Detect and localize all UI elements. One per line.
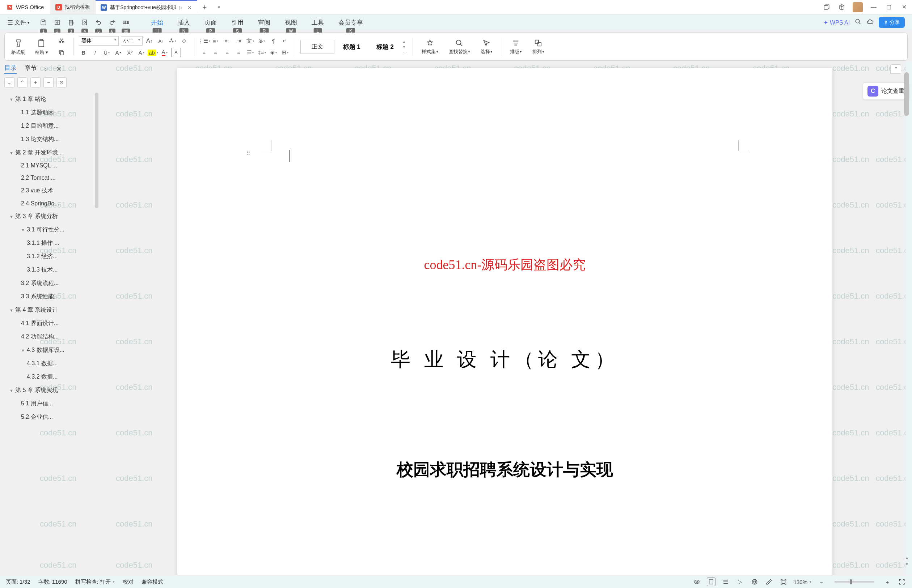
page-indicator[interactable]: 页面: 1/32: [6, 578, 31, 585]
tab-menu-button[interactable]: ▾: [212, 0, 226, 14]
new-tab-button[interactable]: ＋: [197, 0, 212, 14]
strikethrough-button[interactable]: A: [113, 48, 123, 57]
drag-handle-icon[interactable]: ⠿: [246, 150, 251, 157]
arrange-group[interactable]: 排列: [529, 38, 548, 55]
caret-icon[interactable]: ▼: [10, 97, 15, 102]
wps-ai-button[interactable]: ✦ WPS AI: [823, 19, 850, 26]
menu-H[interactable]: 开始H: [151, 18, 163, 27]
scroll-down-icon[interactable]: ▾: [904, 561, 910, 567]
zoom-level[interactable]: 130%: [794, 579, 812, 585]
align-center-icon[interactable]: ≡: [211, 48, 220, 57]
compat-mode[interactable]: 兼容模式: [141, 578, 163, 585]
bold-button[interactable]: B: [79, 48, 88, 57]
more-icon[interactable]: 00: [122, 18, 130, 26]
asian-layout-icon[interactable]: ¶: [269, 36, 278, 45]
highlight-button[interactable]: ab: [148, 48, 158, 57]
page-view-icon[interactable]: [707, 578, 716, 586]
strikethrough2-icon[interactable]: S̶: [257, 36, 267, 45]
outline-node[interactable]: 1.3 论文结构...: [6, 133, 98, 146]
border-icon[interactable]: ⊞: [280, 48, 290, 57]
plagiarism-check-button[interactable]: C 论文查重: [863, 82, 909, 100]
next-tab-icon[interactable]: ›: [45, 66, 47, 72]
tab-chapter[interactable]: 章节: [24, 64, 37, 74]
cut-icon[interactable]: [57, 36, 66, 45]
outline-node[interactable]: 4.3.1 数据...: [6, 357, 98, 370]
present-icon[interactable]: ▷: [179, 5, 182, 10]
tab-toc[interactable]: 目录: [4, 64, 17, 74]
pen-icon[interactable]: [765, 578, 773, 586]
menu-P[interactable]: 页面P: [204, 18, 217, 27]
outline-node[interactable]: 1.1 选题动因: [6, 106, 98, 120]
style-heading1[interactable]: 标题 1: [336, 40, 368, 54]
outline-node[interactable]: 4.1 界面设计...: [6, 317, 98, 330]
caret-icon[interactable]: ▼: [21, 228, 27, 232]
tab-document-active[interactable]: W 基于Springboot+vue校园求职 ▷ ✕: [96, 0, 197, 14]
sync-icon[interactable]: ⊙: [57, 78, 66, 87]
outline-node[interactable]: ▼4.3 数据库设...: [6, 344, 98, 357]
copy-icon[interactable]: [57, 48, 66, 58]
fullscreen-icon[interactable]: [897, 578, 906, 586]
minimize-button[interactable]: —: [869, 3, 878, 11]
redo-icon[interactable]: 6: [108, 18, 116, 26]
add-icon[interactable]: +: [31, 78, 40, 87]
line-spacing-icon[interactable]: ‡≡: [257, 48, 267, 57]
outline-node[interactable]: ▼3.1 可行性分...: [6, 223, 98, 236]
multi-window-icon[interactable]: [822, 3, 831, 11]
increase-font-icon[interactable]: A↑: [145, 36, 154, 45]
outline-node[interactable]: 3.3 系统性能...: [6, 290, 98, 304]
outline-node[interactable]: 3.1.3 技术...: [6, 263, 98, 277]
eye-icon[interactable]: [692, 578, 701, 586]
decrease-font-icon[interactable]: A↓: [156, 36, 166, 45]
font-name-combo[interactable]: 黑体▾: [79, 36, 119, 45]
zoom-out-icon[interactable]: −: [817, 578, 826, 586]
align-left-icon[interactable]: ≡: [199, 48, 209, 57]
menu-N[interactable]: 插入N: [178, 18, 190, 27]
expand-all-icon[interactable]: ⌄: [4, 78, 15, 87]
paste-group[interactable]: 粘贴 ▾: [32, 37, 51, 56]
outline-node[interactable]: ▼第 5 章 系统实现: [6, 384, 98, 397]
superscript-button[interactable]: X²: [125, 48, 134, 57]
menu-R[interactable]: 审阅R: [258, 18, 271, 27]
caret-icon[interactable]: ▼: [10, 215, 15, 219]
search-icon[interactable]: [855, 18, 861, 26]
increase-indent-icon[interactable]: ⇥: [234, 36, 243, 45]
document-page[interactable]: ⠿ code51.cn-源码乐园盗图必究 毕 业 设 计（论 文） 校园求职招聘…: [177, 68, 833, 575]
play-icon[interactable]: ▷: [736, 578, 744, 586]
slider-handle[interactable]: [850, 579, 852, 585]
menu-W[interactable]: 视图W: [285, 18, 297, 27]
outline-view-icon[interactable]: [721, 578, 730, 586]
font-color-button[interactable]: A: [160, 48, 169, 57]
line-break-icon[interactable]: ↵: [280, 36, 290, 45]
outline-scrollbar[interactable]: [95, 92, 99, 208]
outline-node[interactable]: 3.1.2 经济...: [6, 250, 98, 263]
close-icon[interactable]: ✕: [188, 5, 192, 10]
preview-icon[interactable]: 4: [81, 18, 89, 26]
outline-node[interactable]: 3.1.1 操作 ...: [6, 236, 98, 250]
file-menu[interactable]: ☰ 文件 ▾ F: [7, 18, 29, 26]
cube-icon[interactable]: [837, 3, 846, 11]
outline-node[interactable]: ▼第 2 章 开发环境...: [6, 146, 98, 160]
scroll-up-icon[interactable]: ▴: [904, 555, 910, 561]
focus-icon[interactable]: [779, 578, 788, 586]
tab-template[interactable]: D 找稻壳模板: [50, 0, 96, 14]
outline-node[interactable]: 4.2 功能结构...: [6, 330, 98, 344]
undo-icon[interactable]: 5: [94, 18, 102, 26]
remove-icon[interactable]: −: [44, 78, 53, 87]
close-button[interactable]: ✕: [900, 3, 909, 11]
outline-node[interactable]: 1.2 目的和意...: [6, 120, 98, 133]
outline-node[interactable]: ▼第 4 章 系统设计: [6, 304, 98, 317]
text-direction-icon[interactable]: 文: [246, 36, 255, 45]
outline-node[interactable]: ▼第 1 章 绪论: [6, 92, 98, 106]
share-button[interactable]: ⇪分享: [879, 17, 905, 28]
cloud-icon[interactable]: [867, 18, 874, 27]
vertical-scrollbar[interactable]: ▴ ▾: [904, 72, 910, 573]
styleset-group[interactable]: 样式集: [418, 38, 442, 55]
shading-icon[interactable]: ◈: [269, 48, 278, 57]
find-replace-group[interactable]: 查找替换: [445, 38, 473, 55]
app-logo[interactable]: WPS Office: [0, 4, 50, 10]
character-border-button[interactable]: A: [172, 48, 181, 57]
format-brush-group[interactable]: 格式刷: [8, 37, 28, 56]
current-style[interactable]: 正文: [300, 40, 334, 54]
web-icon[interactable]: [750, 578, 759, 586]
save-icon[interactable]: 1: [39, 18, 47, 26]
